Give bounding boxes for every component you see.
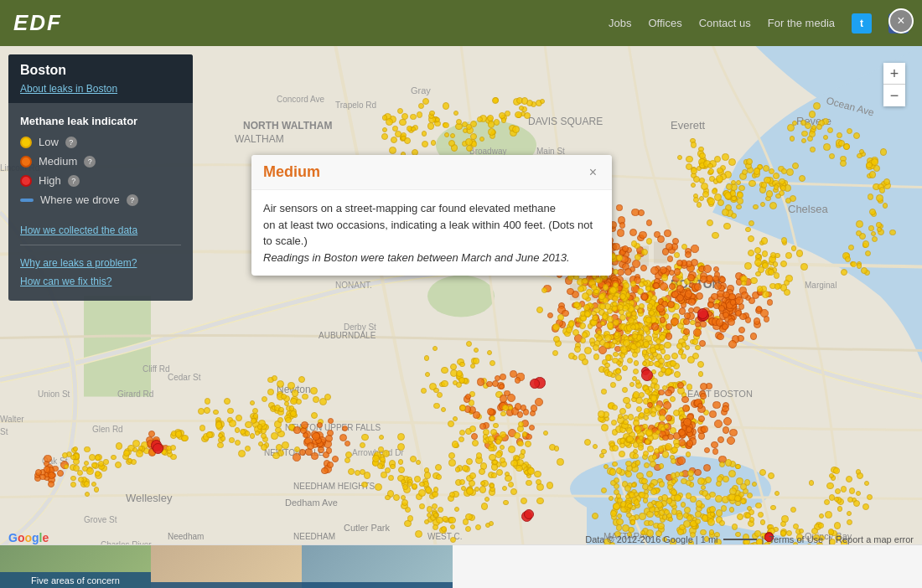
svg-text:Newton: Newton bbox=[277, 384, 311, 395]
indicator-label: Methane leak indicator bbox=[20, 115, 181, 127]
svg-text:WALTHAM: WALTHAM bbox=[235, 133, 284, 145]
svg-text:Wellesley: Wellesley bbox=[126, 492, 173, 504]
svg-point-4 bbox=[427, 276, 495, 317]
medium-dot bbox=[20, 156, 32, 168]
popup-header: Medium × bbox=[251, 155, 612, 190]
svg-text:DAVIS SQUARE: DAVIS SQUARE bbox=[528, 116, 603, 127]
svg-rect-11 bbox=[654, 242, 667, 264]
svg-text:Everett: Everett bbox=[671, 119, 706, 132]
svg-text:Union St: Union St bbox=[38, 389, 70, 399]
svg-text:EAST BOSTON: EAST BOSTON bbox=[687, 389, 753, 399]
drove-help-icon[interactable]: ? bbox=[127, 194, 138, 206]
popup-body: Air sensors on a street-mapping car foun… bbox=[251, 190, 612, 276]
svg-text:Walter: Walter bbox=[0, 415, 24, 424]
collect-data-link[interactable]: How we collected the data bbox=[8, 221, 193, 236]
legend-medium: Medium ? bbox=[20, 155, 181, 168]
bottom-thumb-3[interactable] bbox=[302, 545, 453, 588]
svg-point-1 bbox=[570, 456, 771, 523]
svg-text:NEWTONVILLE: NEWTONVILLE bbox=[264, 448, 324, 457]
svg-text:Revere: Revere bbox=[796, 115, 831, 127]
popup-title: Medium bbox=[263, 163, 320, 181]
svg-text:Marginal: Marginal bbox=[805, 281, 837, 290]
svg-text:WEST C.: WEST C. bbox=[427, 532, 462, 541]
svg-rect-15 bbox=[620, 278, 635, 297]
twitter-icon[interactable]: t bbox=[852, 13, 872, 34]
svg-text:Main St: Main St bbox=[536, 147, 565, 156]
leaks-problem-link[interactable]: Why are leaks a problem? bbox=[8, 254, 193, 272]
svg-text:Trapelo Rd: Trapelo Rd bbox=[335, 101, 376, 110]
sidebar-title-bar: Boston About leaks in Boston bbox=[8, 54, 193, 103]
drove-line bbox=[20, 199, 34, 202]
bottom-thumb-2[interactable] bbox=[151, 545, 302, 588]
low-dot bbox=[20, 137, 32, 148]
svg-rect-10 bbox=[637, 246, 649, 266]
fix-this-link[interactable]: How can we fix this? bbox=[8, 272, 193, 291]
high-help-icon[interactable]: ? bbox=[68, 175, 80, 187]
map-controls: + − bbox=[883, 63, 905, 106]
svg-rect-13 bbox=[587, 284, 599, 301]
terms-separator: | bbox=[762, 534, 764, 544]
nav-links: Jobs Offices Contact us For the media t … bbox=[609, 13, 909, 34]
medium-help-icon[interactable]: ? bbox=[84, 156, 96, 168]
indicator-section: Methane leak indicator Low ? Medium ? Hi… bbox=[8, 106, 193, 221]
sidebar: Boston About leaks in Boston Methane lea… bbox=[8, 54, 193, 301]
sidebar-title: Boston bbox=[20, 63, 181, 78]
svg-text:St: St bbox=[0, 427, 8, 436]
report-separator: | bbox=[828, 534, 831, 544]
legend-medium-label: Medium bbox=[39, 155, 77, 168]
logo-area: EDF bbox=[13, 10, 609, 36]
zoom-out-button[interactable]: − bbox=[883, 85, 905, 106]
thumb-label-3 bbox=[302, 582, 453, 588]
legend-high: High ? bbox=[20, 174, 181, 187]
low-help-icon[interactable]: ? bbox=[65, 137, 77, 148]
svg-text:NEEDHAM HEIGHTS: NEEDHAM HEIGHTS bbox=[293, 482, 376, 491]
thumb-label-2 bbox=[151, 582, 302, 588]
zoom-in-button[interactable]: + bbox=[883, 63, 905, 85]
svg-text:Girard Rd: Girard Rd bbox=[117, 389, 153, 399]
bottom-strip: Five areas of concern bbox=[0, 544, 922, 588]
svg-text:NONANT.: NONANT. bbox=[335, 281, 372, 290]
terms-link[interactable]: Terms of Use bbox=[769, 534, 823, 544]
svg-text:Cliff Rd: Cliff Rd bbox=[142, 364, 170, 374]
thumb-label-1: Five areas of concern bbox=[0, 572, 151, 588]
map-container: NORTH WALTHAM WALTHAM Belmont DAVIS SQUA… bbox=[0, 46, 922, 588]
nav-media[interactable]: For the media bbox=[768, 17, 835, 29]
svg-text:BOSTON: BOSTON bbox=[671, 277, 721, 291]
svg-text:Grove St: Grove St bbox=[84, 515, 117, 524]
google-logo: Google bbox=[8, 531, 49, 544]
nav-contact[interactable]: Contact us bbox=[699, 17, 751, 29]
svg-text:Gray: Gray bbox=[411, 85, 431, 95]
close-button[interactable]: × bbox=[888, 8, 914, 34]
legend-drove: Where we drove ? bbox=[20, 193, 181, 206]
svg-text:Glen Rd: Glen Rd bbox=[92, 425, 123, 434]
legend-low: Low ? bbox=[20, 136, 181, 148]
high-dot bbox=[20, 175, 32, 187]
svg-text:Needham: Needham bbox=[168, 532, 204, 541]
popup: Medium × Air sensors on a street-mapping… bbox=[251, 155, 612, 276]
svg-text:Oak St: Oak St bbox=[42, 456, 68, 466]
legend-low-label: Low bbox=[39, 136, 59, 148]
popup-desc-line2: on at least two occasions, indicating a … bbox=[263, 219, 593, 248]
nav-offices[interactable]: Offices bbox=[648, 17, 681, 29]
svg-text:AUBURNDALE: AUBURNDALE bbox=[319, 331, 376, 340]
report-link[interactable]: Report a map error bbox=[836, 534, 914, 544]
svg-text:Concord Ave: Concord Ave bbox=[277, 95, 325, 104]
svg-text:NORTH WALTHAM: NORTH WALTHAM bbox=[243, 120, 332, 132]
top-navigation: EDF Jobs Offices Contact us For the medi… bbox=[0, 0, 922, 46]
svg-text:NEEDHAM: NEEDHAM bbox=[293, 532, 335, 541]
logo: EDF bbox=[13, 10, 62, 35]
svg-text:Cutler Park: Cutler Park bbox=[344, 523, 391, 533]
svg-rect-14 bbox=[603, 278, 614, 297]
data-attribution: Data © 2012-2016 Google | 1 mi bbox=[585, 534, 717, 544]
legend-drove-label: Where we drove bbox=[40, 193, 120, 206]
nav-jobs[interactable]: Jobs bbox=[609, 17, 631, 29]
svg-text:Cedar St: Cedar St bbox=[168, 373, 201, 382]
about-leaks-link[interactable]: About leaks in Boston bbox=[20, 83, 181, 95]
bottom-thumb-1[interactable]: Five areas of concern bbox=[0, 545, 151, 588]
svg-text:Arrowhead Dr: Arrowhead Dr bbox=[352, 448, 404, 457]
popup-close-button[interactable]: × bbox=[586, 165, 600, 180]
popup-desc-line1: Air sensors on a street-mapping car foun… bbox=[263, 202, 556, 214]
svg-text:Broadway: Broadway bbox=[469, 147, 506, 156]
svg-text:NEWTON UPPER FALLS: NEWTON UPPER FALLS bbox=[285, 423, 381, 432]
svg-rect-12 bbox=[570, 284, 580, 301]
